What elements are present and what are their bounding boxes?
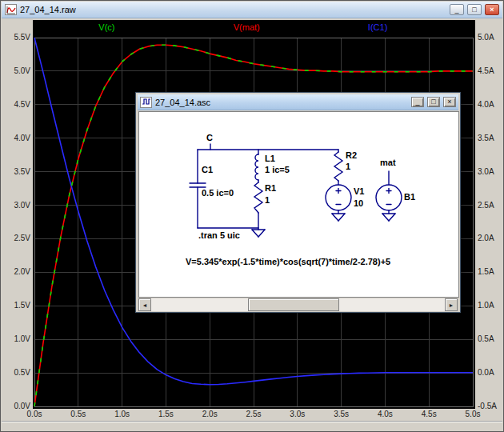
label-v1-value[interactable]: 10 bbox=[354, 198, 363, 208]
x-tick-label[interactable]: 4.0s bbox=[371, 410, 398, 418]
y-left-tick-label[interactable]: 1.5V bbox=[14, 301, 30, 310]
waveform-file-icon bbox=[5, 4, 17, 15]
voltage-source-V1[interactable] bbox=[326, 185, 351, 210]
scroll-left-button[interactable]: ◄ bbox=[138, 298, 151, 311]
label-b1-name[interactable]: B1 bbox=[404, 192, 415, 202]
y-left-tick-label[interactable]: 4.5V bbox=[14, 100, 30, 109]
label-l1-value[interactable]: 1 ic=5 bbox=[265, 165, 290, 174]
y-right-tick-label[interactable]: 4.0A bbox=[478, 100, 494, 109]
close-button[interactable]: × bbox=[485, 4, 499, 15]
ground-symbol[interactable] bbox=[332, 214, 345, 221]
x-tick-label[interactable]: 2.0s bbox=[196, 410, 223, 418]
label-r2-value[interactable]: 1 bbox=[346, 162, 350, 171]
label-c1-value[interactable]: 0.5 ic=0 bbox=[202, 188, 234, 198]
capacitor-C1[interactable] bbox=[190, 183, 206, 187]
ground-symbol[interactable] bbox=[382, 214, 395, 221]
x-tick-label[interactable]: 4.5s bbox=[415, 410, 442, 418]
restore-button[interactable]: □ bbox=[467, 4, 482, 15]
y-left-tick-label[interactable]: 2.5V bbox=[14, 234, 30, 242]
x-tick-label[interactable]: 0.5s bbox=[65, 410, 92, 418]
minimize-icon: _ bbox=[454, 6, 458, 14]
schematic-minimize-button[interactable]: _ bbox=[411, 97, 424, 107]
y-left-tick-label[interactable]: 3.5V bbox=[14, 167, 30, 176]
scroll-right-button[interactable]: ► bbox=[445, 298, 458, 311]
x-tick-label[interactable]: 5.0s bbox=[459, 410, 486, 418]
waveform-titlebar[interactable]: 27_04_14.raw _ □ × bbox=[2, 2, 502, 18]
resistor-R2[interactable] bbox=[334, 152, 342, 181]
x-tick-label[interactable]: 1.0s bbox=[109, 410, 136, 418]
y-left-tick-label[interactable]: 5.5V bbox=[14, 33, 30, 42]
restore-icon: □ bbox=[431, 98, 435, 106]
label-l1-name[interactable]: L1 bbox=[265, 154, 275, 163]
close-icon: × bbox=[490, 6, 494, 14]
y-right-tick-label[interactable]: 1.5A bbox=[478, 267, 494, 276]
minimize-icon: _ bbox=[415, 98, 419, 106]
ground-symbol[interactable] bbox=[252, 230, 265, 237]
net-label-mat[interactable]: mat bbox=[380, 158, 396, 167]
spice-directive[interactable]: .tran 5 uic bbox=[198, 230, 240, 240]
y-right-tick-label[interactable]: 0.5A bbox=[478, 334, 494, 343]
scroll-right-icon: ► bbox=[449, 302, 454, 308]
schematic-window-title: 27_04_14.asc bbox=[155, 98, 210, 107]
x-tick-label[interactable]: 1.5s bbox=[152, 410, 179, 418]
status-bar bbox=[2, 421, 502, 430]
y-right-tick-label[interactable]: 3.0A bbox=[478, 167, 494, 176]
schematic-file-icon bbox=[140, 97, 152, 108]
y-left-tick-label[interactable]: 4.0V bbox=[14, 134, 30, 142]
y-left-tick-label[interactable]: 5.0V bbox=[14, 66, 30, 75]
scrollbar-track[interactable] bbox=[151, 298, 445, 311]
schematic-hscrollbar[interactable]: ◄ ► bbox=[138, 298, 458, 311]
label-r1-value[interactable]: 1 bbox=[265, 195, 270, 205]
label-r1-name[interactable]: R1 bbox=[265, 183, 276, 193]
restore-icon: □ bbox=[472, 6, 476, 14]
y-right-tick-label[interactable]: 3.5A bbox=[478, 134, 494, 142]
schematic-titlebar[interactable]: 27_04_14.asc _ □ × bbox=[138, 94, 458, 110]
x-tick-label[interactable]: 2.5s bbox=[240, 410, 267, 418]
y-right-tick-label[interactable]: -0.5A bbox=[478, 402, 497, 410]
y-left-tick-label[interactable]: 3.0V bbox=[14, 201, 30, 210]
y-right-tick-label[interactable]: 0.0A bbox=[478, 368, 494, 377]
schematic-close-button[interactable]: × bbox=[443, 97, 456, 107]
x-tick-label[interactable]: 0.0s bbox=[21, 410, 48, 418]
y-right-tick-label[interactable]: 5.0A bbox=[478, 33, 494, 42]
schematic-window: 27_04_14.asc _ □ × bbox=[135, 92, 461, 313]
label-c1-name[interactable]: C1 bbox=[202, 165, 213, 174]
ltspice-waveform-window: 27_04_14.raw _ □ × V(c)V(mat)I(C1)5.5V5.… bbox=[0, 0, 504, 432]
x-tick-label[interactable]: 3.5s bbox=[328, 410, 355, 418]
close-icon: × bbox=[447, 98, 451, 106]
y-right-tick-label[interactable]: 2.5A bbox=[478, 201, 494, 210]
comment-formula[interactable]: V=5.345*exp(-1.5*time)*cos(sqrt(7)*time/… bbox=[186, 257, 390, 266]
label-v1-name[interactable]: V1 bbox=[354, 186, 364, 196]
y-right-tick-label[interactable]: 1.0A bbox=[478, 301, 494, 310]
y-left-tick-label[interactable]: 1.0V bbox=[14, 334, 30, 343]
y-right-tick-label[interactable]: 4.5A bbox=[478, 66, 494, 75]
window-title: 27_04_14.raw bbox=[20, 5, 76, 14]
inductor-L1[interactable] bbox=[255, 154, 258, 180]
y-left-tick-label[interactable]: 0.0V bbox=[14, 402, 30, 410]
behavioral-source-B1[interactable] bbox=[376, 185, 402, 210]
y-right-tick-label[interactable]: 2.0A bbox=[478, 234, 494, 242]
net-label-c[interactable]: C bbox=[206, 133, 213, 142]
y-left-tick-label[interactable]: 2.0V bbox=[14, 267, 30, 276]
x-tick-label[interactable]: 3.0s bbox=[284, 410, 311, 418]
schematic-restore-button[interactable]: □ bbox=[427, 97, 440, 107]
scrollbar-thumb[interactable] bbox=[248, 298, 339, 311]
y-left-tick-label[interactable]: 0.5V bbox=[14, 368, 30, 377]
scroll-left-icon: ◄ bbox=[142, 302, 148, 308]
schematic-canvas[interactable]: C C1 0.5 ic=0 L1 1 ic=5 R1 1 R2 1 V1 10 … bbox=[138, 111, 459, 298]
label-r2-name[interactable]: R2 bbox=[346, 150, 357, 160]
minimize-button[interactable]: _ bbox=[450, 4, 464, 15]
